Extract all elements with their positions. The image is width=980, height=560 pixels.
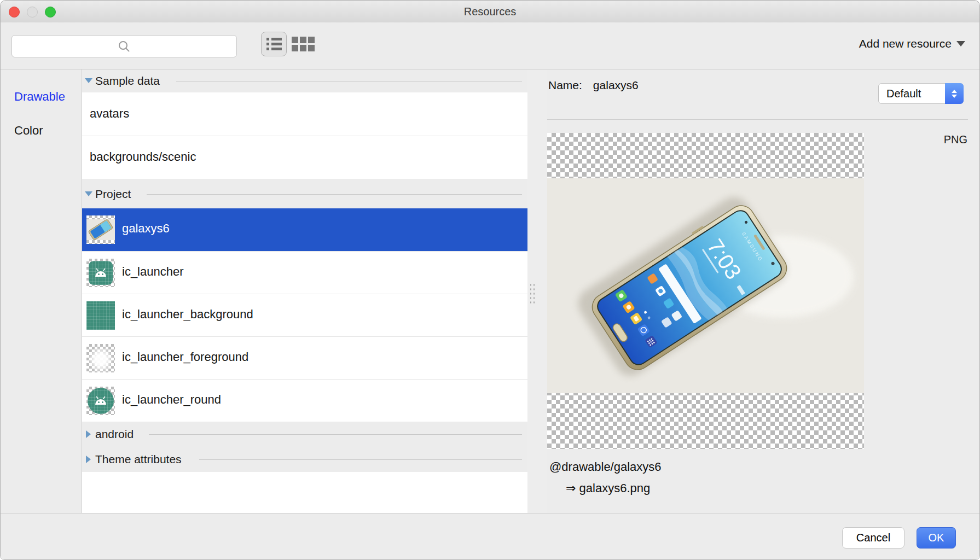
splitter-grip-icon [529,283,535,304]
galaxys6-thumbnail [86,215,115,244]
resource-reference: @drawable/galaxys6 [549,460,662,474]
grid-view-icon [292,37,298,43]
stepper-icon [945,83,964,104]
detail-divider [547,119,968,120]
title-bar: Resources [1,1,979,23]
resource-type-sidebar: Drawable Color [1,69,82,513]
drawable-preview: SAMSUNG 7:03 [547,133,864,449]
grid-view-button[interactable] [292,37,316,52]
add-new-resource-label: Add new resource [859,37,952,50]
section-label: Theme attributes [95,453,182,466]
triangle-expanded-icon [85,191,92,196]
list-item-label: ic_launcher_background [122,307,253,322]
phone-thumb-icon [86,219,115,240]
list-item-galaxys6[interactable]: galaxys6 [82,208,527,251]
android-robot-icon [94,268,107,278]
section-label: Project [95,188,131,201]
section-label: android [95,428,134,441]
window-title: Resources [1,5,979,18]
section-label: Sample data [95,74,160,88]
triangle-expanded-icon [85,78,92,83]
chevron-down-icon [956,41,965,46]
list-item-label: galaxys6 [122,221,170,236]
detail-panel: Name: galaxys6 Default PNG [547,69,980,513]
list-item-ic-launcher-foreground[interactable]: ic_launcher_foreground [82,337,527,379]
toolbar: Add new resource [1,22,979,69]
list-view-button[interactable] [261,32,287,56]
section-header-android[interactable]: android [82,422,527,447]
format-badge: PNG [944,133,967,146]
list-item-label: ic_launcher_round [122,393,221,407]
name-label: Name: [548,79,582,92]
list-item-label: avatars [90,107,129,121]
resources-dialog: Resources Add new resource Drawable Col [0,0,980,560]
list-item-ic-launcher-background[interactable]: ic_launcher_background [82,294,527,336]
search-input[interactable] [11,35,237,57]
section-header-sample-data[interactable]: Sample data [82,69,527,92]
ic-launcher-foreground-thumbnail [86,344,115,372]
section-rule [199,459,522,460]
search-icon [118,40,131,53]
list-item-label: backgrounds/scenic [90,150,196,164]
list-item-label: ic_launcher_foreground [122,350,248,364]
add-new-resource-button[interactable]: Add new resource [859,37,965,50]
list-item-ic-launcher-round[interactable]: ic_launcher_round [82,380,527,422]
variant-dropdown[interactable]: Default [878,83,964,104]
list-item-ic-launcher[interactable]: ic_launcher [82,252,527,294]
resource-list: Sample data avatars backgrounds/scenic P… [82,69,527,513]
ok-button[interactable]: OK [917,527,956,549]
dialog-footer: Cancel OK [1,513,979,560]
panel-splitter[interactable] [527,69,547,513]
section-rule [147,194,522,195]
sidebar-item-drawable[interactable]: Drawable [14,90,65,104]
section-header-theme-attributes[interactable]: Theme attributes [82,447,527,472]
section-header-project[interactable]: Project [82,179,527,208]
list-view-icon [266,38,282,50]
ic-launcher-thumbnail [86,259,115,287]
android-robot-icon [94,396,107,406]
triangle-collapsed-icon [86,430,91,438]
sidebar-item-color[interactable]: Color [14,124,43,138]
section-rule [176,81,522,81]
ic-launcher-round-thumbnail [86,387,115,415]
section-rule [149,434,522,435]
ic-launcher-background-thumbnail [86,301,115,330]
name-row: Name: galaxys6 [548,79,639,92]
triangle-collapsed-icon [86,456,91,463]
galaxys6-preview-image: SAMSUNG 7:03 [547,178,864,393]
list-item-label: ic_launcher [122,265,184,279]
list-item-backgrounds-scenic[interactable]: backgrounds/scenic [82,136,527,179]
name-value: galaxys6 [593,79,639,92]
list-item-avatars[interactable]: avatars [82,92,527,136]
cancel-button[interactable]: Cancel [842,527,904,549]
file-reference: ⇒ galaxys6.png [566,481,650,495]
variant-value: Default [886,88,921,100]
